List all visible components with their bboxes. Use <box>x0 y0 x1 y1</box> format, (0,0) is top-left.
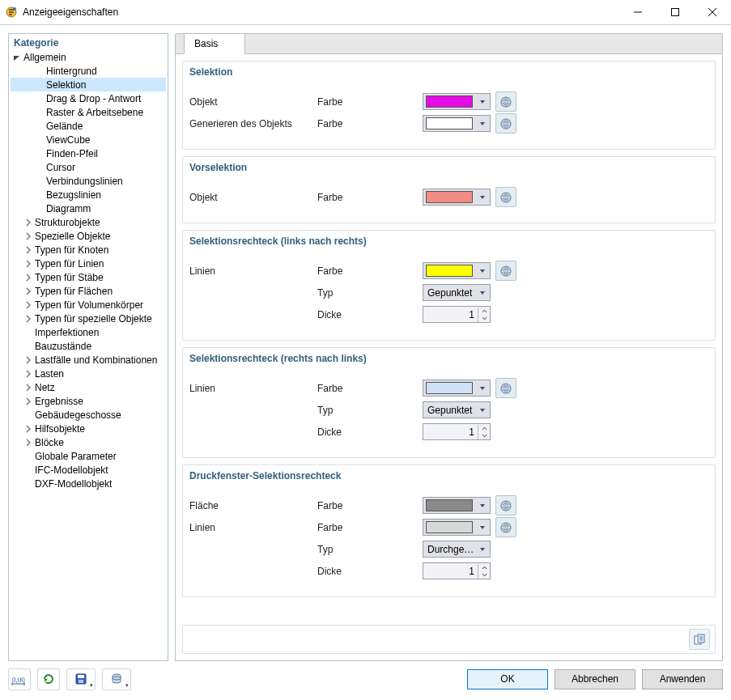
minimize-button[interactable] <box>619 0 657 24</box>
tree-item[interactable]: Typen für Stäbe <box>11 270 166 284</box>
property-attribute: Farbe <box>317 96 423 108</box>
tree-item[interactable]: Gebäudegeschosse <box>11 408 166 422</box>
maximize-button[interactable] <box>657 0 694 24</box>
svg-text:0,00: 0,00 <box>12 676 25 684</box>
property-row: Typ Gepunktet <box>189 399 708 421</box>
category-tree[interactable]: AllgemeinHintergrundSelektionDrag & Drop… <box>9 50 168 660</box>
bottom-bar: 0,00 ▾ <box>0 664 731 700</box>
property-row: Dicke 1 <box>189 421 708 443</box>
global-color-button[interactable] <box>495 91 516 112</box>
dialog-window: Anzeigeeigenschaften Kategorie Allgemein… <box>0 0 731 700</box>
section: Selektion Objekt Farbe Generieren des Ob… <box>182 61 716 150</box>
tree-item[interactable]: Allgemein <box>11 50 166 64</box>
property-attribute: Typ <box>317 287 423 299</box>
section-title: Selektion <box>183 62 715 89</box>
type-dropdown[interactable]: Gepunktet <box>423 284 491 301</box>
section: Selektionsrechteck (rechts nach links) L… <box>182 347 716 458</box>
property-attribute: Farbe <box>317 383 423 394</box>
copy-properties-button[interactable] <box>689 629 710 650</box>
color-dropdown[interactable] <box>423 262 491 279</box>
tree-item[interactable]: Typen für Flächen <box>11 284 166 298</box>
tree-item[interactable]: Lasten <box>11 367 166 380</box>
tree-item[interactable]: Verbindungslinien <box>11 174 166 188</box>
section-title: Selektionsrechteck (rechts nach links) <box>183 348 715 375</box>
tree-item[interactable]: Gelände <box>11 119 166 133</box>
thickness-spinner[interactable]: 1 <box>423 562 491 579</box>
global-color-button[interactable] <box>495 378 516 398</box>
tree-item[interactable]: Typen für Linien <box>11 257 166 270</box>
type-dropdown[interactable]: Durchgezo... <box>423 541 491 558</box>
ok-button[interactable]: OK <box>467 669 548 689</box>
tree-item[interactable]: Cursor <box>11 160 166 174</box>
tree-item[interactable]: Imperfektionen <box>11 325 166 339</box>
property-row: Generieren des Objekts Farbe <box>189 112 708 134</box>
tree-item[interactable]: Typen für Knoten <box>11 243 166 257</box>
svg-rect-45 <box>79 680 83 683</box>
save-split-button[interactable]: ▾ <box>66 668 96 690</box>
units-button[interactable]: 0,00 <box>8 668 31 690</box>
global-color-button[interactable] <box>495 517 516 537</box>
color-dropdown[interactable] <box>423 380 491 397</box>
section-title: Druckfenster-Selektionsrechteck <box>183 465 715 493</box>
color-dropdown[interactable] <box>423 115 491 132</box>
tree-item[interactable]: Bezugslinien <box>11 188 166 202</box>
cancel-button[interactable]: Abbrechen <box>555 669 635 689</box>
tree-item[interactable]: Typen für spezielle Objekte <box>11 312 166 325</box>
section: Vorselektion Objekt Farbe <box>182 156 716 223</box>
tree-item[interactable]: Strukturobjekte <box>11 215 166 229</box>
property-row: Fläche Farbe <box>189 494 708 516</box>
database-split-button[interactable]: ▾ <box>102 668 131 690</box>
global-color-button[interactable] <box>495 261 516 281</box>
apply-button[interactable]: Anwenden <box>642 669 723 689</box>
thickness-spinner[interactable]: 1 <box>423 423 491 440</box>
tree-item[interactable]: Netz <box>11 380 166 394</box>
tree-item[interactable]: DXF-Modellobjekt <box>11 477 166 490</box>
property-attribute: Typ <box>317 544 423 555</box>
property-attribute: Dicke <box>317 566 423 577</box>
property-attribute: Farbe <box>317 192 423 203</box>
global-color-button[interactable] <box>495 495 516 515</box>
property-attribute: Farbe <box>317 522 423 533</box>
thickness-spinner[interactable]: 1 <box>423 306 491 323</box>
tree-item[interactable]: Finden-Pfeil <box>11 146 166 160</box>
color-dropdown[interactable] <box>423 93 491 110</box>
tree-item[interactable]: IFC-Modellobjekt <box>11 463 166 477</box>
tree-item[interactable]: Hilfsobjekte <box>11 422 166 435</box>
close-button[interactable] <box>694 0 731 24</box>
property-attribute: Farbe <box>317 118 423 129</box>
global-color-button[interactable] <box>495 187 516 207</box>
color-dropdown[interactable] <box>423 497 491 514</box>
property-row: Typ Gepunktet <box>189 282 708 303</box>
property-attribute: Dicke <box>317 426 423 438</box>
type-dropdown[interactable]: Gepunktet <box>423 401 491 418</box>
tree-item[interactable]: Bauzustände <box>11 339 166 353</box>
color-dropdown[interactable] <box>423 189 491 206</box>
tree-item[interactable]: ViewCube <box>11 133 166 146</box>
refresh-button[interactable] <box>37 668 60 690</box>
tab-basis[interactable]: Basis <box>184 33 245 54</box>
property-row: Linien Farbe <box>189 260 708 282</box>
property-name: Objekt <box>189 96 317 108</box>
category-sidebar: Kategorie AllgemeinHintergrundSelektionD… <box>8 33 168 661</box>
tree-item[interactable]: Raster & Arbeitsebene <box>11 105 166 119</box>
tree-item[interactable]: Ergebnisse <box>11 394 166 408</box>
property-row: Dicke 1 <box>189 303 708 325</box>
tree-item[interactable]: Globale Parameter <box>11 449 166 463</box>
tree-item[interactable]: Hintergrund <box>11 64 166 78</box>
tree-item[interactable]: Selektion <box>11 78 166 91</box>
tree-item[interactable]: Blöcke <box>11 435 166 449</box>
section-title: Selektionsrechteck (links nach rechts) <box>183 231 715 258</box>
global-color-button[interactable] <box>495 113 516 134</box>
tree-item[interactable]: Diagramm <box>11 202 166 215</box>
tree-item[interactable]: Spezielle Objekte <box>11 229 166 243</box>
sidebar-title: Kategorie <box>9 34 168 50</box>
tree-item[interactable]: Typen für Volumenkörper <box>11 298 166 312</box>
main-panel: Basis Selektion Objekt Farbe Gen <box>175 33 723 661</box>
tree-item[interactable]: Drag & Drop - Antwort <box>11 91 166 105</box>
svg-rect-3 <box>672 9 679 16</box>
tree-item[interactable]: Lastfälle und Kombinationen <box>11 353 166 367</box>
color-dropdown[interactable] <box>423 519 491 536</box>
property-row: Typ Durchgezo... <box>189 538 708 560</box>
tab-bar: Basis <box>175 33 723 54</box>
svg-rect-44 <box>78 675 84 678</box>
